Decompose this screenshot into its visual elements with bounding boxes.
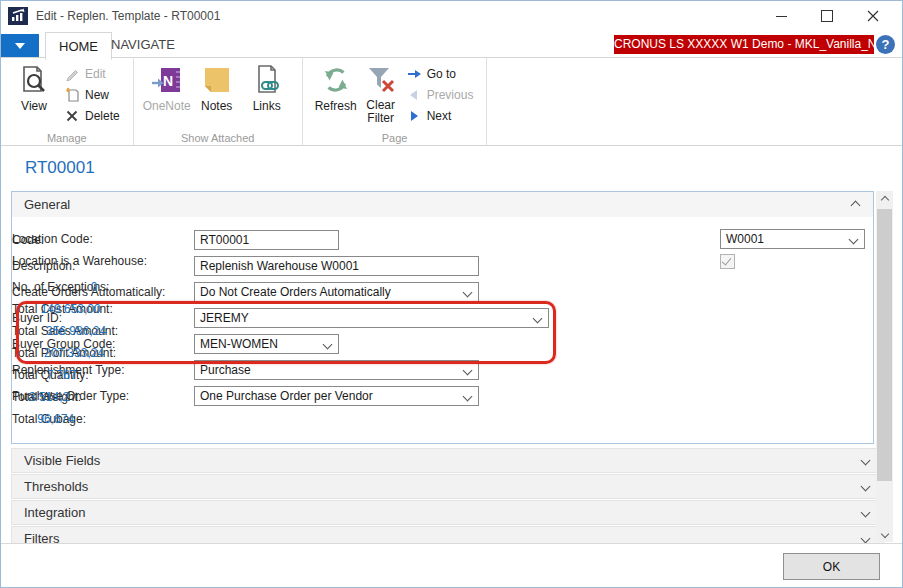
section-thresholds[interactable]: Thresholds	[11, 474, 884, 499]
expand-chevron-icon	[861, 456, 871, 466]
ribbon-group-page: Refresh Clear Filter Go to	[303, 58, 488, 145]
clear-filter-button[interactable]: Clear Filter	[361, 61, 401, 125]
previous-arrow-icon	[406, 87, 422, 103]
maximize-icon	[821, 10, 833, 22]
goto-label: Go to	[427, 67, 456, 81]
ok-button[interactable]: OK	[783, 553, 880, 580]
field-row-location-code: Location Code:	[12, 229, 93, 249]
refresh-button[interactable]: Refresh	[311, 61, 361, 113]
chevron-up-icon	[880, 195, 888, 203]
close-icon	[867, 10, 879, 22]
company-badge: CRONUS LS XXXXX W1 Demo - MKL_Vanilla_Ne…	[614, 35, 874, 54]
svg-text:N: N	[163, 73, 173, 89]
create-orders-select[interactable]: Do Not Create Orders Automatically	[194, 282, 479, 302]
close-button[interactable]	[850, 1, 896, 31]
dropdown-arrow-icon	[15, 43, 25, 49]
chevron-down-icon	[880, 529, 888, 537]
onenote-label: OneNote	[143, 99, 191, 113]
previous-label: Previous	[427, 88, 474, 102]
ribbon: View Edit New	[1, 58, 902, 146]
buyer-id-value: JEREMY	[200, 311, 249, 325]
collapse-chevron-icon	[851, 201, 861, 211]
vertical-scrollbar[interactable]	[876, 191, 893, 542]
code-input[interactable]	[194, 230, 339, 250]
chevron-down-icon	[533, 314, 543, 324]
minimize-button[interactable]	[758, 1, 804, 31]
field-row-total-quantity: Total Quantity:7 767	[12, 365, 89, 385]
general-section: General Code: Description: Create Orders…	[11, 191, 874, 444]
show-attached-group-label: Show Attached	[134, 132, 302, 144]
total-quantity-value: 7 767	[47, 368, 77, 382]
edit-pencil-icon	[64, 66, 80, 82]
delete-button[interactable]: Delete	[61, 105, 123, 126]
replenishment-type-value: Purchase	[200, 363, 251, 377]
expand-chevron-icon	[861, 508, 871, 518]
page-small-buttons: Go to Previous Next	[403, 61, 477, 126]
total-profit-value: 207 333,24	[44, 346, 104, 360]
links-button[interactable]: Links	[242, 61, 292, 113]
app-window: Edit - Replen. Template - RT00001 HOME N…	[0, 0, 903, 588]
next-button[interactable]: Next	[403, 105, 477, 126]
view-label: View	[21, 99, 47, 113]
replenishment-type-select[interactable]: Purchase	[194, 360, 479, 380]
general-header-label: General	[24, 197, 70, 212]
window-title: Edit - Replen. Template - RT00001	[36, 9, 220, 23]
buyer-group-select[interactable]: MEN-WOMEN	[194, 334, 339, 354]
refresh-label: Refresh	[315, 99, 357, 113]
next-arrow-icon	[406, 108, 422, 124]
app-menu-button[interactable]	[1, 34, 39, 58]
location-code-select[interactable]: W0001	[720, 229, 865, 249]
integration-label: Integration	[24, 505, 85, 520]
view-button[interactable]: View	[9, 61, 59, 113]
clear-filter-icon	[365, 64, 397, 96]
links-label: Links	[253, 99, 281, 113]
general-section-header[interactable]: General	[12, 192, 873, 217]
visible-fields-label: Visible Fields	[24, 453, 100, 468]
total-cubage-value: 96,674	[37, 412, 74, 426]
field-row-exceptions: No. of Exceptions:0	[12, 277, 109, 297]
notes-sticky-icon	[201, 64, 233, 96]
delete-x-icon	[64, 108, 80, 124]
page-title: RT00001	[25, 158, 95, 178]
ribbon-group-show-attached: N OneNote Notes	[134, 58, 303, 145]
tab-navigate[interactable]: NAVIGATE	[98, 32, 188, 57]
chevron-down-icon	[849, 235, 859, 245]
clear-filter-label: Clear Filter	[361, 99, 401, 125]
create-orders-value: Do Not Create Orders Automatically	[200, 285, 391, 299]
notes-button[interactable]: Notes	[192, 61, 242, 113]
field-row-total-cubage: Total Cubage:96,674	[12, 409, 86, 429]
scroll-down-button[interactable]	[876, 525, 893, 542]
location-warehouse-checkbox	[720, 254, 735, 269]
purchase-order-type-value: One Purchase Order per Vendor	[200, 389, 373, 403]
new-page-icon	[64, 87, 80, 103]
buyer-id-select[interactable]: JEREMY	[194, 308, 549, 328]
field-row-total-cost: Total Cost Amount:149 653,00	[12, 299, 113, 319]
ribbon-group-manage: View Edit New	[1, 58, 134, 145]
chevron-down-icon	[463, 366, 473, 376]
thresholds-label: Thresholds	[24, 479, 88, 494]
onenote-icon: N	[151, 64, 183, 96]
onenote-button[interactable]: N OneNote	[142, 61, 192, 113]
total-cost-value: 149 653,00	[41, 302, 101, 316]
section-integration[interactable]: Integration	[11, 500, 884, 525]
edit-label: Edit	[85, 67, 106, 81]
location-code-label: Location Code:	[12, 232, 93, 246]
goto-arrow-icon	[406, 66, 422, 82]
scrollbar-thumb[interactable]	[877, 209, 892, 481]
section-visible-fields[interactable]: Visible Fields	[11, 448, 884, 473]
manage-group-label: Manage	[1, 132, 133, 144]
edit-button[interactable]: Edit	[61, 63, 123, 84]
total-sales-value: 356 986,24	[46, 324, 106, 338]
purchase-order-type-select[interactable]: One Purchase Order per Vendor	[194, 386, 479, 406]
help-icon[interactable]	[876, 35, 895, 54]
manage-small-buttons: Edit New Delete	[61, 61, 123, 126]
refresh-icon	[320, 64, 352, 96]
goto-button[interactable]: Go to	[403, 63, 477, 84]
window-controls	[758, 1, 896, 31]
exceptions-value: 0	[91, 280, 98, 294]
scroll-up-button[interactable]	[876, 191, 893, 208]
description-input[interactable]	[194, 256, 479, 276]
previous-button[interactable]: Previous	[403, 84, 477, 105]
maximize-button[interactable]	[804, 1, 850, 31]
new-button[interactable]: New	[61, 84, 123, 105]
